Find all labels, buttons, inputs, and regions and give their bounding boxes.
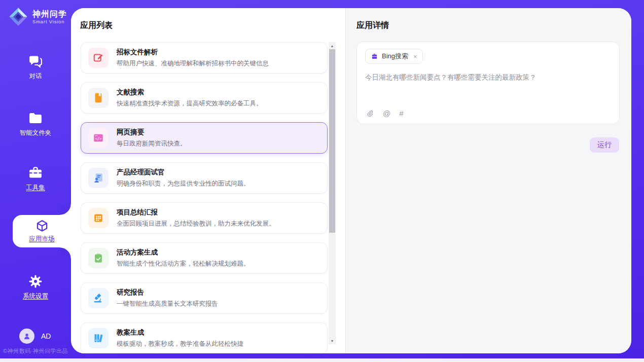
user-account[interactable]: AD [19, 329, 51, 344]
sidebar-item-app-market[interactable]: 应用市场 [13, 215, 71, 247]
app-description: 一键智能生成高质量长文本研究报告 [117, 300, 218, 308]
gear-icon [0, 274, 71, 289]
avatar [19, 329, 34, 344]
briefcase-icon [371, 53, 378, 60]
app-description: 明确身份和职责，为您提供专业性的面试问题。 [117, 179, 250, 188]
sidebar: 神州问学 Smart Vision 对话智能文件夹工具集应用市场系统设置 AD … [0, 0, 71, 358]
app-detail-panel: 应用详情 Bing搜索 × 今日湖北有哪些新闻要点？有哪些需要关注的最新政策？ [345, 8, 631, 353]
tool-tag-bing-search[interactable]: Bing搜索 × [365, 49, 423, 64]
paperclip-icon[interactable] [366, 110, 374, 118]
list-scrollbar[interactable]: ▲ ▼ [329, 42, 336, 344]
app-card-7[interactable]: 研究报告一键智能生成高质量长文本研究报告 [81, 282, 328, 314]
app-card-1[interactable]: 招标文件解析帮助用户快速、准确地理解和解析招标书中的关键信息 [81, 42, 328, 74]
sidebar-item-label: 系统设置 [0, 292, 71, 301]
app-logo[interactable]: 神州问学 Smart Vision [8, 7, 67, 27]
sidebar-item-smart-folder[interactable]: 智能文件夹 [0, 111, 71, 137]
main-content: 应用列表 招标文件解析帮助用户快速、准确地理解和解析招标书中的关键信息文献搜索快… [71, 8, 631, 353]
app-list-panel: 应用列表 招标文件解析帮助用户快速、准确地理解和解析招标书中的关键信息文献搜索快… [71, 8, 345, 353]
app-title: 教案生成 [117, 328, 243, 337]
app-description: 模板驱动，教案秒成，教学准备从此轻松快捷 [117, 340, 243, 348]
app-card-2[interactable]: 文献搜索快速精准查找学术资源，提高研究效率的必备工具。 [81, 82, 328, 114]
app-detail-title: 应用详情 [356, 20, 389, 31]
query-input[interactable]: 今日湖北有哪些新闻要点？有哪些需要关注的最新政策？ [365, 73, 611, 83]
app-card-5[interactable]: 项目总结汇报全面回顾项目进展，总结经验教训，助力未来优化发展。 [81, 202, 328, 234]
app-title: 网页摘要 [117, 128, 187, 137]
app-card-3[interactable]: </>网页摘要每日政府新闻资讯快查。 [81, 122, 328, 154]
app-list-title: 应用列表 [80, 20, 113, 31]
composer-toolbar: @ # [366, 109, 404, 118]
scroll-up-icon[interactable]: ▲ [329, 42, 336, 49]
sidebar-item-label: 工具集 [0, 184, 71, 192]
chat-icon [0, 54, 71, 69]
browser-code-icon: </> [88, 128, 109, 148]
app-title: 招标文件解析 [117, 48, 269, 57]
app-subtitle: Smart Vision [32, 19, 67, 24]
scroll-down-icon[interactable]: ▼ [329, 337, 336, 344]
app-title: 活动方案生成 [117, 248, 250, 257]
toolbox-icon [0, 165, 71, 180]
app-description: 帮助用户快速、准确地理解和解析招标书中的关键信息 [117, 59, 269, 68]
copyright-footer: ©神州数码·神州问学出品 [0, 347, 71, 355]
folder-icon [0, 111, 71, 126]
hash-icon[interactable]: # [399, 109, 403, 118]
calendar-icon [88, 208, 109, 228]
app-card-8[interactable]: 教案生成模板驱动，教案秒成，教学准备从此轻松快捷 [81, 322, 328, 353]
interview-icon [88, 168, 109, 188]
sidebar-item-chat[interactable]: 对话 [0, 54, 71, 81]
sidebar-item-label: 对话 [0, 72, 71, 81]
app-title: 神州问学 [32, 10, 67, 19]
mention-icon[interactable]: @ [383, 109, 390, 118]
user-initials: AD [41, 332, 51, 340]
app-card-6[interactable]: 活动方案生成智能生成个性化活动方案，轻松解决规划难题。 [81, 242, 328, 274]
app-title: 产品经理面试官 [117, 168, 250, 177]
edit-square-icon [88, 48, 109, 68]
app-list-items: 招标文件解析帮助用户快速、准确地理解和解析招标书中的关键信息文献搜索快速精准查找… [81, 42, 328, 353]
run-button[interactable]: 运行 [590, 137, 619, 153]
tool-tag-label: Bing搜索 [382, 52, 408, 61]
book-icon [88, 88, 109, 108]
app-description: 快速精准查找学术资源，提高研究效率的必备工具。 [117, 99, 263, 108]
sidebar-item-label: 应用市场 [29, 235, 55, 243]
app-title: 文献搜索 [117, 88, 263, 97]
svg-text:</>: </> [95, 136, 102, 141]
clipboard-check-icon [88, 248, 109, 268]
sidebar-item-settings[interactable]: 系统设置 [0, 274, 71, 301]
close-icon[interactable]: × [413, 53, 417, 60]
scrollbar-thumb[interactable] [329, 49, 335, 233]
app-description: 全面回顾项目进展，总结经验教训，助力未来优化发展。 [117, 220, 275, 228]
cube-icon [35, 219, 49, 233]
microscope-icon [88, 288, 109, 308]
app-description: 每日政府新闻资讯快查。 [117, 139, 187, 148]
app-window: 神州问学 Smart Vision 对话智能文件夹工具集应用市场系统设置 AD … [0, 0, 644, 358]
books-icon [88, 328, 109, 348]
app-card-4[interactable]: 产品经理面试官明确身份和职责，为您提供专业性的面试问题。 [81, 162, 328, 194]
app-description: 智能生成个性化活动方案，轻松解决规划难题。 [117, 260, 250, 268]
app-title: 研究报告 [117, 288, 218, 297]
sidebar-item-toolset[interactable]: 工具集 [0, 165, 71, 192]
prompt-card: Bing搜索 × 今日湖北有哪些新闻要点？有哪些需要关注的最新政策？ @ # [356, 42, 620, 124]
diamond-logo-icon [8, 7, 28, 27]
app-title: 项目总结汇报 [117, 208, 275, 217]
sidebar-item-label: 智能文件夹 [0, 129, 71, 137]
